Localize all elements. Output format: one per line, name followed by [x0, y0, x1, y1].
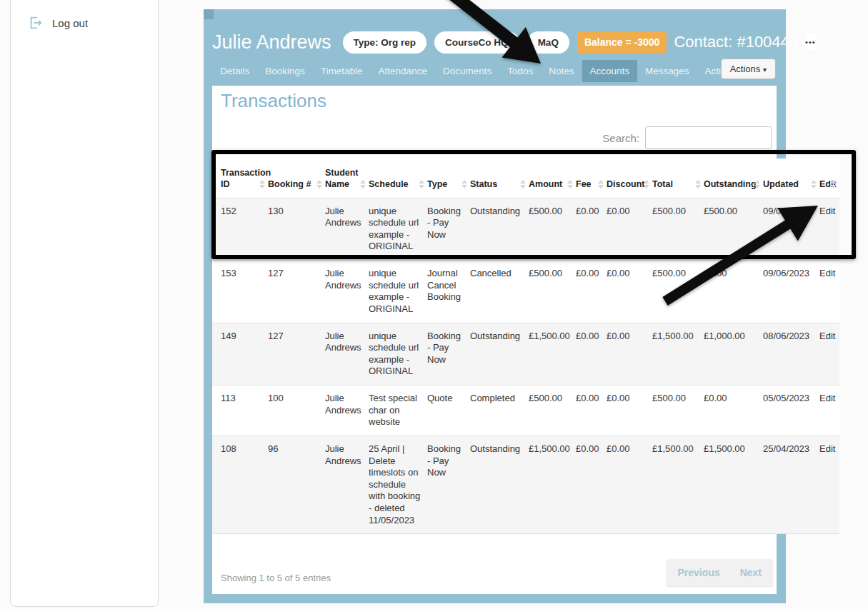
cell-type: Booking - Pay Now	[427, 198, 470, 261]
cell-schedule: 25 April | Delete timeslots on schedule …	[369, 436, 427, 533]
table-row: 113100Julie AndrewsTest special char on …	[212, 386, 839, 436]
cell-updated: 25/04/2023	[763, 436, 819, 533]
person-name: Julie Andrews	[212, 31, 331, 54]
edit-link[interactable]: Edit	[819, 261, 839, 323]
edit-link[interactable]: Edit	[819, 198, 839, 261]
edit-link[interactable]: Edit	[819, 436, 839, 533]
column-header-outstanding[interactable]: Outstanding	[704, 158, 763, 198]
cell-type: Booking - Pay Now	[427, 436, 470, 533]
cell-updated: 05/05/2023	[763, 386, 819, 436]
tab-attendance[interactable]: Attendance	[371, 60, 435, 82]
cell-discount: £0.00	[607, 436, 652, 533]
sort-arrows-icon	[316, 180, 322, 188]
column-header-updated[interactable]: Updated	[763, 158, 819, 198]
previous-button[interactable]: Previous	[678, 567, 720, 578]
cell-updated: 09/06/2023	[763, 198, 819, 261]
tab-bar: DetailsBookingsTimetableAttendanceDocume…	[212, 60, 751, 82]
cell-schedule: unique schedule url example - ORIGINAL	[369, 198, 427, 261]
column-label: Fee	[576, 179, 592, 189]
column-header-amount[interactable]: Amount	[529, 158, 576, 198]
location-badge-right: Q	[551, 37, 559, 48]
tab-accounts[interactable]: Accounts	[582, 60, 638, 82]
column-header-fee[interactable]: Fee	[576, 158, 607, 198]
cell-transaction-id: 149	[212, 323, 268, 386]
edit-link[interactable]: Edit	[819, 323, 839, 386]
cell-booking: 130	[268, 198, 325, 261]
cell-amount: £500.00	[529, 261, 576, 323]
cell-transaction-id: 153	[212, 261, 268, 323]
chevron-down-icon: ▾	[763, 66, 767, 74]
more-options-button[interactable]: •••	[805, 34, 816, 51]
column-label: Amount	[529, 179, 562, 189]
sort-arrows-icon	[644, 180, 649, 188]
search-row: Search:	[602, 126, 772, 149]
person-header: Julie Andrews Type: Org rep CourseCo HQ …	[212, 26, 777, 58]
cell-schedule: unique schedule url example - ORIGINAL	[369, 323, 427, 386]
transactions-panel: Transactions Search: Transaction IDBooki…	[212, 86, 777, 594]
column-label: Status	[470, 179, 497, 189]
cell-transaction-id: 108	[212, 436, 268, 533]
actions-button[interactable]: Actions ▾	[721, 59, 776, 79]
balance-badge: Balance = -3000	[577, 31, 667, 53]
column-header-total[interactable]: Total	[652, 158, 704, 198]
tab-bookings[interactable]: Bookings	[257, 60, 313, 82]
column-label: Outstanding	[704, 179, 757, 189]
corner-notch	[204, 9, 214, 19]
contact-id: Contact: #100449	[674, 33, 798, 51]
sort-arrows-icon	[419, 180, 424, 188]
column-header-edit[interactable]: Edit	[819, 158, 839, 198]
column-label: Type	[427, 179, 447, 189]
table-header-row: Transaction IDBooking #Student NameSched…	[212, 158, 839, 198]
tab-timetable[interactable]: Timetable	[313, 60, 371, 82]
cell-total: £500.00	[652, 198, 704, 261]
cell-amount: £500.00	[529, 198, 576, 261]
cell-student-name: Julie Andrews	[325, 198, 369, 261]
table-row: 153127Julie Andrewsunique schedule url e…	[212, 261, 839, 323]
column-header-schedule[interactable]: Schedule	[369, 158, 427, 198]
cell-status: Outstanding	[470, 198, 529, 261]
edit-link[interactable]: Edit	[819, 386, 839, 436]
sort-arrows-icon	[754, 180, 760, 188]
actions-label: Actions	[730, 64, 761, 74]
sort-arrows-icon	[831, 180, 837, 188]
cell-total: £1,500.00	[652, 323, 704, 386]
column-header-discount[interactable]: Discount	[607, 158, 652, 198]
sidebar-item-logout[interactable]: Log out	[28, 15, 88, 31]
pagination: Previous Next	[667, 559, 774, 586]
cell-amount: £1,500.00	[529, 436, 576, 533]
column-header-student-name[interactable]: Student Name	[325, 158, 369, 198]
column-label: Discount	[607, 179, 644, 189]
column-header-transaction-id[interactable]: Transaction ID	[212, 158, 268, 198]
cell-discount: £0.00	[607, 386, 652, 436]
table-row: 10896Julie Andrews25 April | Delete time…	[212, 436, 839, 533]
cell-transaction-id: 113	[212, 386, 268, 436]
column-header-status[interactable]: Status	[470, 158, 529, 198]
cell-status: Completed	[470, 386, 529, 436]
cell-outstanding: £0.00	[704, 386, 763, 436]
sort-arrows-icon	[695, 180, 701, 188]
location-badge-left: Ma	[538, 37, 552, 48]
column-header-type[interactable]: Type	[427, 158, 470, 198]
tab-todos[interactable]: Todos	[499, 60, 541, 82]
cell-amount: £1,500.00	[529, 323, 576, 386]
cell-schedule: unique schedule url example - ORIGINAL	[369, 261, 427, 323]
cell-fee: £0.00	[576, 261, 607, 323]
tab-details[interactable]: Details	[212, 60, 257, 82]
tab-notes[interactable]: Notes	[541, 60, 582, 82]
cell-booking: 127	[268, 323, 325, 386]
sort-arrows-icon	[811, 180, 817, 188]
sort-arrows-icon	[360, 180, 366, 188]
cell-status: Outstanding	[470, 436, 529, 533]
search-input[interactable]	[645, 126, 772, 149]
cell-total: £500.00	[652, 261, 704, 323]
cell-booking: 100	[268, 386, 325, 436]
cell-outstanding: £500.00	[704, 198, 763, 261]
column-label: Booking #	[268, 179, 311, 189]
column-header-booking[interactable]: Booking #	[268, 158, 325, 198]
cell-updated: 08/06/2023	[763, 323, 819, 386]
tab-documents[interactable]: Documents	[435, 60, 499, 82]
tab-messages[interactable]: Messages	[637, 60, 697, 82]
cell-updated: 09/06/2023	[763, 261, 819, 323]
next-button[interactable]: Next	[740, 567, 762, 578]
transactions-table: Transaction IDBooking #Student NameSched…	[212, 158, 839, 534]
